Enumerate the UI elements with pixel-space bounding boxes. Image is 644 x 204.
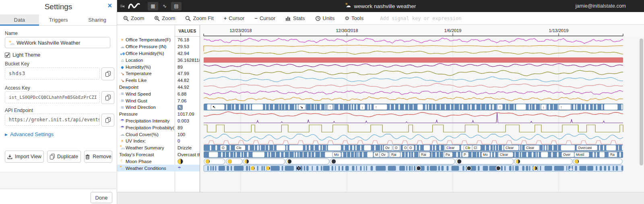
water-drop-icon — [119, 65, 126, 69]
close-icon[interactable]: × — [107, 2, 112, 10]
signal-row-precipitation-intensity[interactable]: ☂Precipitation Intensity0.003 — [117, 118, 200, 124]
svg-text:12/23/2018: 12/23/2018 — [229, 28, 252, 33]
signal-name: Weather Summary — [126, 145, 164, 150]
signal-row-uv-index[interactable]: ☀UV Index:0 — [117, 138, 200, 145]
moon-icon: ☾ — [119, 159, 126, 164]
api-endpoint-value[interactable]: https://groker.init.st/api/events — [5, 114, 100, 126]
grid-view-icon[interactable]: ▦ — [148, 2, 158, 10]
signal-row-weather-conditions[interactable]: ☀☁Weather Conditions☂ — [117, 165, 200, 171]
user-email[interactable]: jamie@initialstate.com — [576, 3, 626, 9]
light-theme-checkbox-row[interactable]: Light Theme — [5, 52, 40, 58]
copy-api-endpoint-button[interactable] — [101, 114, 114, 126]
access-key-value[interactable]: ist_LS0QPDcCQ8CLhahhFmB5GbEzPrCZI — [5, 91, 100, 103]
signal-name: Wind Gust — [126, 98, 147, 103]
svg-text:↖: ↖ — [213, 105, 216, 109]
signal-value: 0.003 — [175, 118, 200, 123]
remove-button[interactable]: Remove — [84, 151, 112, 163]
done-button[interactable]: Done — [91, 192, 112, 203]
remove-cursor-button[interactable]: − Cursor — [254, 15, 275, 21]
svg-text:Cl: Cl — [474, 146, 477, 150]
svg-text:↑: ↑ — [375, 105, 377, 109]
zoom-in-button[interactable]: Zoom — [154, 15, 175, 21]
tools-button[interactable]: ⚙ Tools — [345, 15, 363, 21]
series-pressure — [204, 112, 623, 117]
signal-value: 7.06 — [175, 98, 200, 103]
zoom-fit-button[interactable]: Zoom Fit — [185, 15, 213, 21]
svg-text:Clear: Clear — [506, 146, 514, 150]
bucket-title: ☀☁ wework nashville weather — [345, 3, 416, 9]
svg-text:Clear: Clear — [446, 146, 454, 150]
signal-row-feels-like[interactable]: ↘Feels Like44.82 — [117, 77, 200, 84]
series-precipitation-probability — [204, 125, 623, 132]
add-signal-input[interactable] — [379, 14, 485, 23]
app-root: ≡◂ ▦ ∿ ▤ ☀☁ wework nashville weather jam… — [0, 0, 644, 204]
wind-icon: ≋ — [119, 91, 126, 96]
signal-row-precipitation-probabiity[interactable]: ☂Precipitation Probabiity(%)89 — [117, 124, 200, 131]
signal-value: 36.1628118. — [175, 58, 200, 63]
chart-scrollbar[interactable] — [640, 39, 643, 165]
advanced-settings-link[interactable]: ▶ Advanced Settings — [5, 131, 54, 137]
trash-icon — [85, 154, 90, 159]
svg-text:↑: ↑ — [560, 105, 562, 109]
signal-name: Location — [126, 58, 143, 63]
duplicate-button[interactable]: Duplicate — [47, 151, 81, 163]
signal-name: Wind Direction — [126, 105, 156, 110]
cloud-sun-icon: ☀☁ — [345, 4, 351, 8]
values-column-header: VALUES — [175, 29, 200, 33]
copy-icon — [105, 71, 110, 77]
waveform-view-icon[interactable]: ∿ — [159, 2, 170, 10]
bucket-key-value[interactable]: shds3 — [5, 67, 100, 80]
signal-row-wind-gust[interactable]: ≋Wind Gust7.06 — [117, 97, 200, 104]
signal-name: Temperature — [126, 71, 152, 76]
signal-name: Precipitation Intensity — [126, 118, 169, 123]
signal-name: Precipitation Probabiity(%) — [126, 125, 175, 130]
svg-text:↓: ↓ — [361, 105, 363, 109]
series-wind-gust — [204, 97, 623, 101]
import-view-button[interactable]: Import View — [5, 151, 44, 163]
signal-row-today-s-forecast[interactable]: Today's ForecastOvercast thr — [117, 151, 200, 158]
signal-row-dewpoint[interactable]: Dewpoint44.92 — [117, 84, 200, 91]
signal-row-temperature[interactable]: ↘Temperature47.99 — [117, 70, 200, 77]
sun-icon: ☀ — [119, 139, 126, 144]
svg-text:Clear: Clear — [526, 146, 534, 150]
add-cursor-button[interactable]: + Cursor — [224, 15, 245, 21]
signal-row-wind-direction[interactable]: ≋Wind Direction↖ — [117, 104, 200, 111]
bucket-name-input[interactable]: ☀☁ WeWork Nashville Weather — [5, 37, 110, 48]
series-temperature — [204, 70, 623, 76]
collapse-sidebar-icon[interactable]: ≡◂ — [120, 3, 124, 9]
api-endpoint-label: API Endpoint — [5, 108, 33, 113]
stats-button[interactable]: Stats — [285, 15, 305, 21]
chart-canvas[interactable]: 12/23/201812/30/20181/6/20191/13/2019↖↘↑… — [200, 25, 644, 192]
signal-row-moon-phase[interactable]: ☾Moon Phase — [117, 158, 200, 165]
zoom-out-button[interactable]: Zoom — [123, 15, 144, 21]
signal-row-office-humidity[interactable]: Office Humidity(%)42.94 — [117, 50, 200, 57]
tab-sharing[interactable]: Sharing — [78, 14, 117, 25]
signal-row-humidity[interactable]: Humidity(%)89 — [117, 63, 200, 70]
units-button[interactable]: Units — [315, 15, 335, 21]
signal-row-location[interactable]: ⌂Location36.1628118. — [117, 57, 200, 63]
wind-direction-arrow-icon[interactable]: ↖ — [178, 105, 183, 110]
lines-view-icon[interactable]: ▤ — [171, 2, 182, 10]
signal-value: 89 — [175, 125, 200, 130]
signal-name: Office Temperature(F) — [126, 37, 171, 42]
signal-row-cloud-cover[interactable]: ☁Cloud Cover(%)100 — [117, 131, 200, 138]
svg-text:12/30/2018: 12/30/2018 — [336, 28, 358, 33]
signal-row-office-temperature-f[interactable]: ☀Office Temperature(F)76.18 — [117, 37, 200, 43]
chart-pane: 12/23/201812/30/20181/6/20191/13/2019↖↘↑… — [200, 25, 644, 192]
signal-name: Office Pressure (IN) — [126, 44, 166, 49]
light-theme-label: Light Theme — [12, 52, 40, 58]
checkbox-checked-icon[interactable] — [5, 53, 10, 58]
signal-row-pressure[interactable]: Pressure1017.09 — [117, 111, 200, 118]
copy-access-key-button[interactable] — [101, 91, 114, 104]
signal-row-weather-summary[interactable]: ☀☁Weather SummaryDrizzle — [117, 145, 200, 151]
access-key-label: Access Key — [5, 85, 30, 91]
moon-phase-icon — [178, 159, 183, 164]
svg-text:M: M — [375, 153, 378, 157]
tab-triggers[interactable]: Triggers — [39, 14, 78, 25]
triangle-right-icon: ▶ — [5, 133, 8, 137]
tab-data[interactable]: Data — [0, 14, 39, 25]
signal-row-office-pressure-in[interactable]: ☁Office Pressure (IN)29.53 — [117, 43, 200, 50]
signal-row-wind-speed[interactable]: ≋Wind Speed6.88 — [117, 90, 200, 97]
copy-icon — [50, 154, 55, 159]
copy-bucket-key-button[interactable] — [101, 67, 114, 80]
